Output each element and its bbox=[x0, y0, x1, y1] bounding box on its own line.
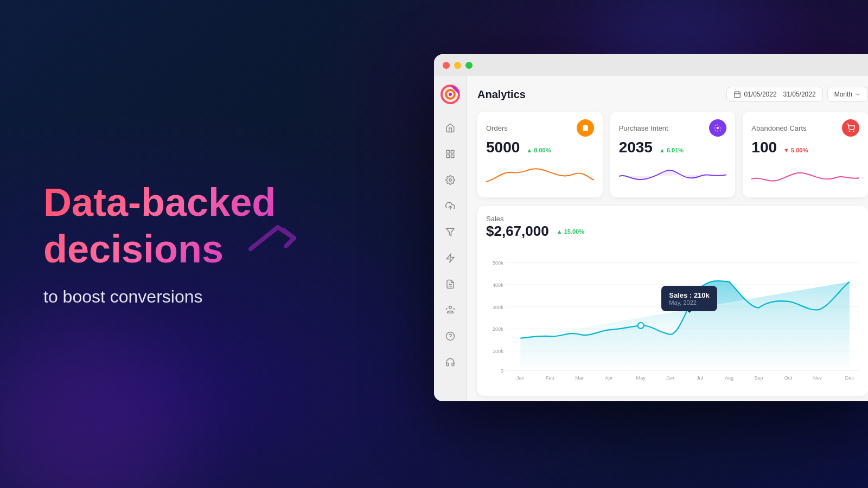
abandoned-carts-mini-chart bbox=[751, 163, 859, 190]
svg-text:0: 0 bbox=[501, 368, 503, 374]
sidebar-item-marketing[interactable] bbox=[443, 224, 458, 240]
sidebar-item-document[interactable] bbox=[443, 277, 458, 292]
headline: Data-backed decisions bbox=[43, 181, 304, 270]
chevron-down-icon bbox=[854, 91, 861, 98]
sales-chart-svg: 500k 400k 300k 200k 100k 0 bbox=[486, 246, 859, 387]
abandoned-carts-label: Abandoned Carts bbox=[751, 124, 806, 132]
svg-rect-15 bbox=[734, 92, 740, 98]
svg-rect-4 bbox=[451, 150, 454, 153]
svg-text:Jun: Jun bbox=[666, 375, 674, 381]
svg-text:Oct: Oct bbox=[784, 375, 793, 381]
maximize-button[interactable] bbox=[465, 62, 473, 69]
sidebar-item-home[interactable] bbox=[443, 120, 458, 136]
svg-text:100k: 100k bbox=[493, 349, 503, 354]
arrow-icon bbox=[245, 219, 299, 265]
sidebar-item-settings[interactable] bbox=[443, 172, 458, 188]
headline-line2: decisions bbox=[43, 227, 299, 271]
sales-value: $2,67,000 bbox=[486, 223, 549, 240]
svg-point-7 bbox=[449, 179, 451, 182]
calendar-icon bbox=[733, 91, 741, 98]
svg-point-2 bbox=[449, 93, 452, 96]
svg-point-19 bbox=[717, 127, 719, 129]
svg-text:300k: 300k bbox=[493, 305, 503, 310]
svg-text:Dec: Dec bbox=[845, 375, 854, 381]
headline-line1: Data-backed bbox=[43, 181, 276, 224]
purchase-intent-icon bbox=[709, 119, 726, 137]
svg-rect-5 bbox=[446, 155, 449, 158]
svg-point-21 bbox=[853, 131, 854, 131]
sidebar-item-headset[interactable] bbox=[443, 355, 458, 370]
purchase-intent-label: Purchase Intent bbox=[619, 124, 668, 132]
sales-card: Sales $2,67,000 ▲ 15.00% bbox=[477, 206, 868, 396]
app-content: Analytics 01/05/2022 31/05/2022 Month bbox=[434, 76, 868, 401]
svg-point-20 bbox=[849, 131, 850, 131]
sales-label: Sales bbox=[486, 215, 859, 223]
header-controls: 01/05/2022 31/05/2022 Month bbox=[726, 87, 868, 102]
orders-mini-chart bbox=[486, 163, 594, 190]
header-row: Analytics 01/05/2022 31/05/2022 Month bbox=[477, 87, 868, 102]
sidebar-item-help[interactable] bbox=[443, 329, 458, 344]
svg-text:Nov: Nov bbox=[813, 375, 822, 381]
purchase-intent-value: 2035 bbox=[619, 139, 653, 156]
svg-text:Aug: Aug bbox=[725, 375, 733, 381]
sidebar-item-layout[interactable] bbox=[443, 146, 458, 162]
orders-change: ▲ 8.00% bbox=[526, 147, 551, 153]
sales-change: ▲ 15.00% bbox=[557, 228, 584, 235]
svg-text:500k: 500k bbox=[493, 260, 503, 266]
sales-chart-container: 500k 400k 300k 200k 100k 0 bbox=[486, 246, 859, 387]
abandoned-carts-change: ▼ 5.00% bbox=[783, 147, 808, 153]
sidebar bbox=[434, 76, 467, 401]
svg-rect-6 bbox=[451, 155, 454, 158]
purchase-intent-mini-chart bbox=[619, 163, 727, 190]
metric-card-purchase-intent: Purchase Intent 2035 ▲ 6.01% bbox=[610, 112, 736, 197]
title-bar bbox=[434, 54, 868, 76]
purchase-intent-change: ▲ 6.01% bbox=[659, 147, 684, 153]
orders-value: 5000 bbox=[486, 139, 520, 156]
chart-tooltip-dot bbox=[638, 323, 644, 329]
date-range-control[interactable]: 01/05/2022 31/05/2022 bbox=[726, 87, 823, 102]
sidebar-item-upload[interactable] bbox=[443, 198, 458, 214]
close-button[interactable] bbox=[443, 62, 450, 69]
metric-card-orders: Orders 5000 ▲ 8.00% bbox=[477, 112, 603, 197]
svg-text:Feb: Feb bbox=[546, 375, 554, 381]
svg-marker-9 bbox=[446, 254, 454, 262]
main-area: Analytics 01/05/2022 31/05/2022 Month bbox=[467, 76, 868, 401]
period-label: Month bbox=[834, 91, 852, 98]
abandoned-carts-icon bbox=[842, 119, 859, 137]
browser-window: Analytics 01/05/2022 31/05/2022 Month bbox=[434, 54, 868, 401]
orders-icon bbox=[577, 119, 594, 137]
subtitle: to boost conversions bbox=[43, 287, 304, 307]
svg-point-12 bbox=[449, 306, 451, 309]
sidebar-item-lightning[interactable] bbox=[443, 251, 458, 266]
abandoned-carts-value: 100 bbox=[751, 139, 777, 156]
svg-text:400k: 400k bbox=[493, 282, 503, 288]
svg-text:200k: 200k bbox=[493, 326, 503, 332]
svg-text:Sep: Sep bbox=[754, 375, 763, 381]
date-end: 31/05/2022 bbox=[783, 91, 816, 98]
period-select[interactable]: Month bbox=[827, 87, 868, 102]
svg-text:Mar: Mar bbox=[575, 375, 584, 381]
sidebar-item-people[interactable] bbox=[443, 303, 458, 318]
svg-text:May: May bbox=[636, 375, 646, 381]
page-title: Analytics bbox=[477, 88, 526, 101]
date-start: 01/05/2022 bbox=[744, 91, 777, 98]
metric-card-abandoned-carts: Abandoned Carts 100 ▼ 5.00% bbox=[743, 112, 868, 197]
app-logo bbox=[441, 85, 460, 104]
left-panel: Data-backed decisions to boost conversio… bbox=[0, 0, 347, 488]
metrics-row: Orders 5000 ▲ 8.00% bbox=[477, 112, 868, 197]
svg-rect-3 bbox=[446, 150, 449, 153]
svg-text:Apr: Apr bbox=[605, 375, 612, 381]
svg-text:Jul: Jul bbox=[697, 375, 703, 381]
svg-text:Jan: Jan bbox=[516, 375, 525, 381]
orders-label: Orders bbox=[486, 124, 508, 132]
minimize-button[interactable] bbox=[454, 62, 461, 69]
